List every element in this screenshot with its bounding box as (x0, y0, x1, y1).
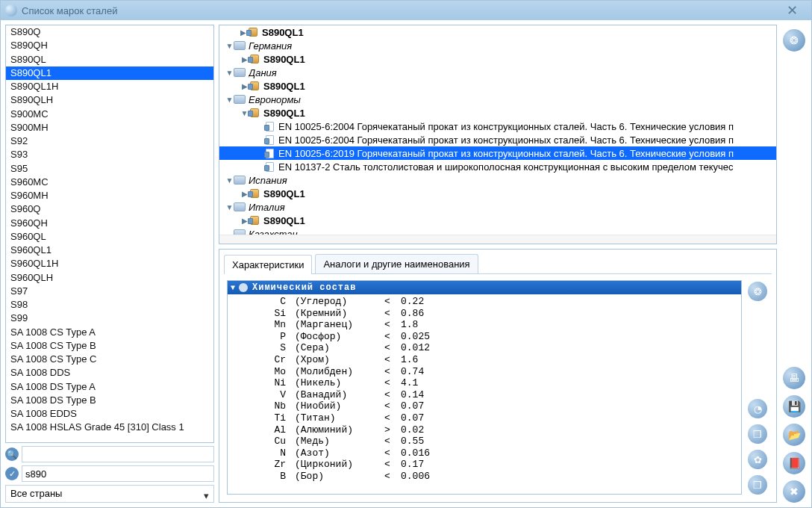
tree-row[interactable]: ▼Дания (219, 66, 776, 79)
document-icon (263, 148, 275, 158)
tree-row[interactable]: EN 10025-6:2004 Горячекатаный прокат из … (219, 133, 776, 146)
chem-op: < (384, 377, 401, 389)
window-title: Список марок сталей (22, 5, 777, 16)
tree-row[interactable]: EN 10137-2 Сталь толстолистовая и широко… (219, 160, 776, 173)
list-item[interactable]: SA 1008 CS Type C (6, 353, 213, 366)
text-search-input[interactable] (22, 446, 214, 462)
tree-row[interactable]: EN 10025-6:2004 Горячекатаный прокат из … (219, 120, 776, 133)
list-item[interactable]: S95 (6, 162, 213, 176)
exit-button[interactable]: ✖ (783, 480, 805, 503)
book-button[interactable]: 📕 (783, 452, 805, 474)
list-item[interactable]: S960QL1H (6, 257, 213, 270)
tree-row[interactable]: ▼S890QL1 (219, 106, 776, 120)
list-item[interactable]: S99 (6, 312, 213, 325)
list-item[interactable]: S960MH (6, 189, 213, 202)
list-item[interactable]: S960MC (6, 176, 213, 189)
country-select[interactable]: Все страны (5, 485, 214, 503)
open-button[interactable]: 📂 (783, 424, 805, 446)
tree-row[interactable]: ▶S890QL1 (219, 25, 776, 39)
filter-icon[interactable]: ✓ (5, 467, 19, 480)
copy-button[interactable]: ❐ (748, 424, 767, 444)
list-item[interactable]: S93 (6, 148, 213, 161)
chem-value: 0.025 (401, 331, 430, 343)
tree-row[interactable]: ▼Испания (219, 173, 776, 187)
chem-value: 0.17 (401, 459, 424, 471)
chem-op: < (384, 400, 401, 412)
chem-name: (Цирконий) (295, 459, 384, 471)
list-item[interactable]: S960QH (6, 217, 213, 230)
document-icon (263, 121, 275, 131)
list-item[interactable]: S890QL (6, 53, 213, 66)
tree-row[interactable]: ▶S890QL1 (219, 187, 776, 200)
list-item[interactable]: S890QLH (6, 93, 213, 107)
tree-row[interactable]: EN 10025-6:2019 Горячекатаный прокат из … (219, 146, 776, 160)
list-item[interactable]: S960QL1 (6, 244, 213, 257)
save-button[interactable]: 💾 (783, 395, 805, 418)
tab-analogs[interactable]: Аналоги и другие наименования (315, 254, 478, 273)
list-item[interactable]: SA 1008 HSLAS Grade 45 [310] Class 1 (6, 421, 213, 434)
folder-icon (234, 175, 246, 185)
expand-open-icon[interactable]: ▼ (225, 203, 234, 211)
mid-column: ▶S890QL1▼Германия▶S890QL1▼Дания▶S890QL1▼… (219, 25, 777, 503)
chem-value: 0.86 (401, 308, 424, 320)
tree-row[interactable]: ▶S890QL1 (219, 214, 776, 227)
list-item[interactable]: S890Q (6, 25, 213, 39)
list-item[interactable]: S97 (6, 285, 213, 298)
list-item[interactable]: SA 1008 EDDS (6, 407, 213, 421)
filter-search-input[interactable] (22, 465, 214, 482)
list-item[interactable]: SA 1008 DS Type B (6, 394, 213, 407)
tree-row[interactable]: ▼Италия (219, 200, 776, 214)
list-item[interactable]: S890QH (6, 39, 213, 52)
chem-header[interactable]: ▼ Химический состав (228, 281, 741, 294)
expand-open-icon[interactable]: ▼ (225, 96, 234, 104)
help-button[interactable]: ❂ (748, 282, 767, 301)
tree-label: Германия (249, 40, 776, 52)
list-item[interactable]: SA 1008 DDS (6, 366, 213, 380)
expand-open-icon[interactable]: ▼ (225, 69, 234, 77)
tree-row[interactable]: Казахстан (219, 227, 776, 235)
list-item[interactable]: SA 1008 DS Type A (6, 380, 213, 394)
search-icon[interactable]: 🔍 (5, 447, 19, 461)
steel-icon (249, 108, 260, 118)
tree-row[interactable]: ▶S890QL1 (219, 52, 776, 66)
list-item[interactable]: S960Q (6, 202, 213, 216)
tree-row[interactable]: ▼Германия (219, 39, 776, 52)
list-item[interactable]: S98 (6, 298, 213, 312)
chem-table[interactable]: C(Углерод)<0.22Si(Кремний)<0.86Mn(Марган… (228, 294, 741, 494)
list-item[interactable]: S900MC (6, 108, 213, 121)
tree-label: S890QL1 (262, 27, 776, 38)
list-item[interactable]: S890QL1 (6, 66, 213, 80)
chem-value: 0.02 (401, 424, 424, 436)
tree-row[interactable]: ▼Евронормы (219, 93, 776, 106)
list-item[interactable]: S960QLH (6, 271, 213, 285)
list-item[interactable]: S92 (6, 134, 213, 148)
close-button[interactable]: ✕ (777, 2, 807, 19)
list-item[interactable]: S960QL (6, 230, 213, 244)
main-toolbar: ❂ 🖶💾📂📕✖ (781, 25, 807, 503)
list-item[interactable]: S890QL1H (6, 80, 213, 93)
steel-list[interactable]: S890QS890QHS890QLS890QL1S890QL1HS890QLHS… (6, 25, 213, 442)
standards-tree[interactable]: ▶S890QL1▼Германия▶S890QL1▼Дания▶S890QL1▼… (219, 25, 776, 235)
tree-h-scrollbar[interactable] (219, 235, 776, 244)
chem-name: (Алюминий) (295, 424, 384, 436)
tree-label: Италия (249, 202, 776, 213)
print-button[interactable]: 🖶 (783, 367, 805, 389)
list-item[interactable]: S900MH (6, 121, 213, 134)
tree-row[interactable]: ▶S890QL1 (219, 79, 776, 93)
list-item[interactable]: SA 1008 CS Type A (6, 326, 213, 339)
main-window: Список марок сталей ✕ S890QS890QHS890QLS… (0, 0, 812, 508)
expand-open-icon[interactable]: ▼ (225, 176, 234, 185)
chem-symbol: B (235, 471, 295, 483)
settings-button[interactable]: ✿ (748, 450, 767, 469)
tree-label: S890QL1 (263, 81, 776, 92)
expand-open-icon[interactable]: ▼ (225, 42, 234, 50)
tabs: Характеристики Аналоги и другие наименов… (219, 250, 776, 273)
docs-button[interactable]: ❐ (748, 475, 767, 495)
chem-row: V(Ванадий)<0.14 (235, 389, 734, 401)
tab-characteristics[interactable]: Характеристики (224, 255, 312, 274)
list-item[interactable]: SA 1008 CS Type B (6, 339, 213, 353)
help-button[interactable]: ❂ (783, 29, 805, 52)
chart-button[interactable]: ◔ (748, 399, 767, 418)
chem-row: N(Азот)<0.016 (235, 447, 734, 459)
chem-name: (Хром) (295, 354, 384, 366)
